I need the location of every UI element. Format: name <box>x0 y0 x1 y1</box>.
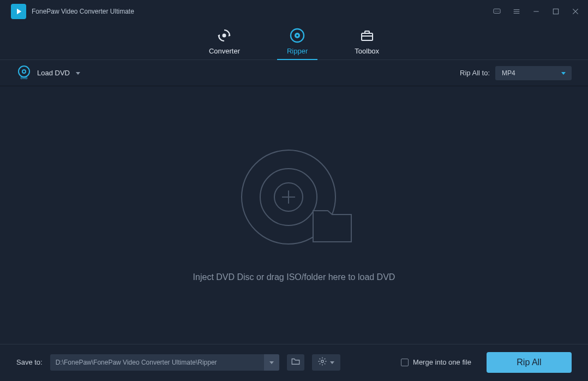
tab-ripper-label: Ripper <box>287 47 308 55</box>
converter-icon <box>216 27 232 44</box>
folder-icon <box>291 356 301 368</box>
toolbar: DVD Load DVD Rip All to: MP4 <box>0 60 588 86</box>
load-dvd-button[interactable]: DVD Load DVD <box>16 64 81 82</box>
chevron-down-icon <box>329 358 335 367</box>
rip-all-label: Rip All <box>517 358 541 367</box>
bottom-bar: Save to: D:\FonePaw\FonePaw Video Conver… <box>0 344 588 380</box>
load-dvd-label: Load DVD <box>37 69 70 77</box>
svg-rect-9 <box>553 9 558 14</box>
rip-format-value: MP4 <box>502 69 515 77</box>
svg-point-22 <box>22 70 26 73</box>
svg-point-3 <box>496 10 497 11</box>
tab-toolbox-label: Toolbox <box>355 47 379 55</box>
merge-label: Merge into one file <box>413 358 471 366</box>
tab-converter-label: Converter <box>209 47 240 55</box>
titlebar: FonePaw Video Converter Ultimate <box>0 0 588 22</box>
nav-tabs: Converter Ripper Toolbox <box>0 22 588 60</box>
save-to-label: Save to: <box>16 358 43 366</box>
disc-icon: DVD <box>16 64 32 82</box>
drop-illustration <box>234 148 354 254</box>
svg-text:DVD: DVD <box>21 76 28 80</box>
svg-marker-25 <box>561 72 566 75</box>
svg-point-17 <box>296 34 298 37</box>
svg-point-4 <box>498 10 499 11</box>
svg-point-2 <box>495 10 496 11</box>
svg-rect-19 <box>365 31 369 33</box>
drop-hint-text: Inject DVD Disc or drag ISO/folder here … <box>193 272 395 282</box>
window-controls <box>492 7 580 16</box>
save-path-value: D:\FonePaw\FonePaw Video Converter Ultim… <box>50 359 264 366</box>
settings-button[interactable] <box>312 354 340 371</box>
svg-point-14 <box>223 33 226 37</box>
checkbox-icon <box>401 359 409 366</box>
svg-rect-18 <box>362 33 373 40</box>
chevron-down-icon <box>264 354 279 371</box>
rip-format-select[interactable]: MP4 <box>495 66 572 80</box>
rip-all-to-label: Rip All to: <box>460 69 490 77</box>
tab-toolbox[interactable]: Toolbox <box>348 22 386 59</box>
svg-marker-0 <box>17 8 21 14</box>
feedback-icon[interactable] <box>492 7 502 16</box>
svg-marker-33 <box>330 361 334 364</box>
chevron-down-icon <box>561 70 566 78</box>
toolbox-icon <box>359 27 375 44</box>
merge-checkbox[interactable]: Merge into one file <box>401 358 471 366</box>
chevron-down-icon <box>75 68 81 78</box>
app-logo <box>11 4 26 19</box>
drop-zone[interactable]: Inject DVD Disc or drag ISO/folder here … <box>0 86 588 344</box>
tab-ripper[interactable]: Ripper <box>280 22 314 59</box>
menu-icon[interactable] <box>512 7 521 16</box>
svg-point-21 <box>19 66 29 77</box>
save-path-select[interactable]: D:\FonePaw\FonePaw Video Converter Ultim… <box>50 354 279 371</box>
minimize-icon[interactable] <box>531 7 541 16</box>
tab-converter[interactable]: Converter <box>202 22 247 59</box>
rip-all-button[interactable]: Rip All <box>487 352 572 373</box>
gear-icon <box>317 356 327 368</box>
app-title: FonePaw Video Converter Ultimate <box>32 8 492 15</box>
svg-point-32 <box>321 360 323 362</box>
ripper-icon <box>289 27 305 44</box>
close-icon[interactable] <box>571 7 580 16</box>
svg-marker-31 <box>269 361 274 364</box>
open-folder-button[interactable] <box>287 354 304 371</box>
maximize-icon[interactable] <box>551 7 561 16</box>
svg-marker-24 <box>76 72 80 75</box>
